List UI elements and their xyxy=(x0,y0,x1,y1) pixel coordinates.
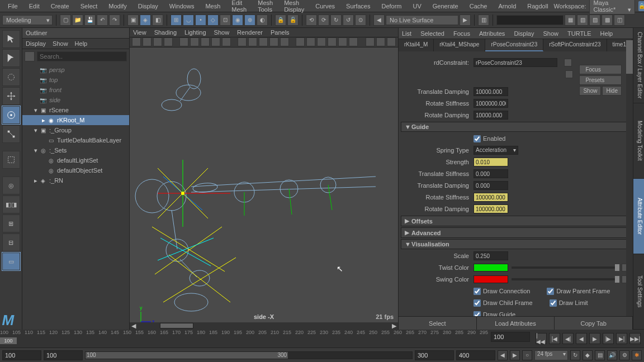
menuset-dropdown[interactable]: Modeling xyxy=(2,15,53,25)
play-end-field[interactable] xyxy=(415,350,454,360)
vp-motion-icon[interactable] xyxy=(338,37,347,46)
draw-parent-checkbox[interactable]: Draw Parent Frame xyxy=(547,288,610,295)
live-arrow-l-icon[interactable]: ◀ xyxy=(373,15,385,26)
vp-image-icon[interactable] xyxy=(153,37,162,46)
lock-icon[interactable]: 🔒 xyxy=(638,1,644,11)
ae-menu-turtle[interactable]: TURTLE xyxy=(567,30,591,37)
ae-select-button[interactable]: Select xyxy=(399,317,477,330)
ae-hide-button[interactable]: Hide xyxy=(602,86,622,96)
live-surface-field[interactable]: No Live Surface xyxy=(386,15,458,25)
range-track[interactable]: 100300 xyxy=(85,351,413,359)
sel-component-icon[interactable]: ◧ xyxy=(152,15,163,26)
anim-end-field[interactable] xyxy=(456,350,495,360)
swing-color-slider[interactable] xyxy=(512,278,618,280)
vis-scale-field[interactable] xyxy=(473,251,508,260)
ae-in-conn-icon[interactable] xyxy=(564,59,572,66)
ae-tab-3[interactable]: rSoftPinConstraint23 xyxy=(543,39,607,51)
ae-presets-button[interactable]: Presets xyxy=(579,75,622,85)
vp-bookmark-icon[interactable] xyxy=(143,37,151,46)
attr-rd-field[interactable] xyxy=(473,111,508,120)
grid-2-icon[interactable]: ⊟ xyxy=(2,234,20,251)
menu-arnold[interactable]: Arnold xyxy=(493,1,522,11)
move-tool-icon[interactable] xyxy=(2,87,20,105)
ae-tab-1[interactable]: rKtail4_MShape xyxy=(434,39,485,51)
outliner-item-9[interactable]: ◎defaultLightSet xyxy=(22,155,129,165)
viewport-scrollbar[interactable]: ◀▶ xyxy=(130,322,398,330)
panel-layout-icon[interactable]: ◫ xyxy=(614,15,625,26)
select-tool-icon[interactable] xyxy=(2,30,20,48)
vp-tex-icon[interactable] xyxy=(259,37,268,46)
vp-xray-icon[interactable] xyxy=(306,37,315,46)
outliner-item-10[interactable]: ◎defaultObjectSet xyxy=(22,165,129,175)
menu-modify[interactable]: Modify xyxy=(103,1,132,11)
rail-attribute[interactable]: Attribute Editor xyxy=(633,179,644,254)
guide-td-field[interactable] xyxy=(473,181,508,190)
ae-scrollbar[interactable] xyxy=(626,40,633,316)
soft-select-icon[interactable]: ◎ xyxy=(2,177,20,194)
rotate-tool-icon[interactable] xyxy=(2,106,20,124)
rail-channelbox[interactable]: Channel Box / Layer Editor xyxy=(633,28,644,103)
ae-copy-button[interactable]: Copy Tab xyxy=(555,317,633,330)
vp-dof-icon[interactable] xyxy=(349,37,358,46)
unlock-sel-icon[interactable]: 🔓 xyxy=(287,15,299,26)
save-icon[interactable]: 💾 xyxy=(84,15,96,26)
vp-exp1-icon[interactable] xyxy=(366,37,375,46)
anim-start-field[interactable] xyxy=(2,350,41,360)
range-arrow-l-icon[interactable]: ◀ xyxy=(498,350,508,360)
audio-icon[interactable]: 🔊 xyxy=(607,350,617,360)
menu-generate[interactable]: Generate xyxy=(427,1,464,11)
outliner-filter-icon[interactable] xyxy=(25,51,35,61)
new-scene-icon[interactable]: ▢ xyxy=(60,15,71,26)
snap-point-icon[interactable]: • xyxy=(195,15,206,26)
outliner-item-0[interactable]: 📷persp xyxy=(22,65,129,75)
redo-icon[interactable]: ↷ xyxy=(109,15,120,26)
outliner-search-input[interactable] xyxy=(37,51,127,61)
construction-hist-icon[interactable]: ▥ xyxy=(478,15,489,26)
attr-td-field[interactable] xyxy=(473,87,508,96)
graph-icon[interactable]: ▤ xyxy=(595,350,605,360)
outliner-item-2[interactable]: 📷front xyxy=(22,85,129,95)
outliner-menu-display[interactable]: Display xyxy=(26,40,46,47)
ae-tab-2[interactable]: rPoseConstraint23 xyxy=(485,39,543,51)
vp-safe-icon[interactable] xyxy=(222,37,231,46)
ae-focus-button[interactable]: Focus xyxy=(579,65,622,74)
current-time-marker[interactable]: 100 xyxy=(0,337,17,344)
ae-tab-0[interactable]: rKtail4_M xyxy=(399,39,434,51)
menu-edit[interactable]: Edit xyxy=(23,1,45,11)
twist-color-slider[interactable] xyxy=(512,266,618,269)
vp-menu-renderer[interactable]: Renderer xyxy=(237,29,263,36)
sym-z-icon[interactable]: ↺ xyxy=(343,15,354,26)
twist-color-swatch[interactable] xyxy=(473,264,508,272)
vp-film-icon[interactable] xyxy=(190,37,199,46)
step-fwd-key-icon[interactable]: ▶| xyxy=(616,333,627,344)
fps-dropdown[interactable]: 24 fps xyxy=(534,350,568,360)
vp-menu-view[interactable]: View xyxy=(133,29,146,36)
ae-node-name-field[interactable] xyxy=(473,58,557,67)
menu-meshtools[interactable]: Mesh Tools xyxy=(252,0,278,15)
outliner-item-6[interactable]: ▾▣:_Group xyxy=(22,125,129,135)
ae-load-button[interactable]: Load Attributes xyxy=(477,317,555,330)
guide-rd-field[interactable] xyxy=(473,204,508,213)
guide-strength-field[interactable] xyxy=(473,158,508,166)
menu-cache[interactable]: Cache xyxy=(464,1,493,11)
ae-menu-display[interactable]: Display xyxy=(514,30,534,37)
ae-show-button[interactable]: Show xyxy=(579,86,601,96)
time-slider[interactable]: 100 100105110115120125130135140145150155… xyxy=(0,330,644,347)
ae-menu-selected[interactable]: Selected xyxy=(420,30,444,37)
menu-ragdoll[interactable]: Ragdoll xyxy=(522,1,553,11)
grid-1-icon[interactable]: ⊞ xyxy=(2,215,20,232)
vp-cam-icon[interactable] xyxy=(132,37,141,46)
vp-shadow-icon[interactable] xyxy=(280,37,289,46)
ae-menu-help[interactable]: Help xyxy=(600,30,613,37)
play-fwd-icon[interactable]: ▶ xyxy=(589,333,600,344)
menu-mesh[interactable]: Mesh xyxy=(200,1,226,11)
menu-curves[interactable]: Curves xyxy=(310,1,340,11)
section-guide[interactable]: ▼Guide xyxy=(401,122,629,132)
menu-windows[interactable]: Windows xyxy=(164,1,200,11)
single-pane-icon[interactable]: ▭ xyxy=(2,253,20,270)
menu-deform[interactable]: Deform xyxy=(376,1,407,11)
menu-select[interactable]: Select xyxy=(75,1,103,11)
auto-key-icon[interactable]: ○ xyxy=(522,350,532,360)
key-icon[interactable]: ◆ xyxy=(583,350,593,360)
interactive-icon[interactable]: ◐ xyxy=(257,15,268,26)
